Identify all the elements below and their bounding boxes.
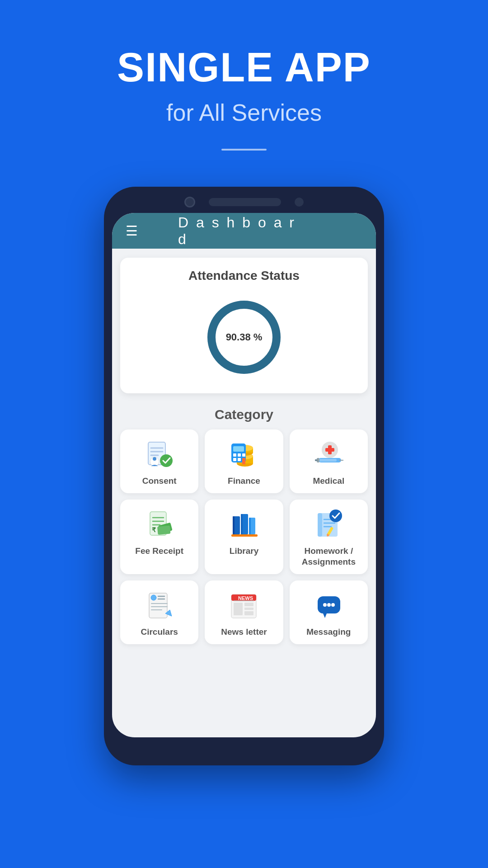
donut-container: 90.38 % [129, 292, 359, 382]
svg-rect-19 [238, 453, 241, 457]
homework-label: Homework / Assignments [294, 546, 363, 568]
messaging-label: Messaging [306, 627, 351, 638]
svg-rect-28 [319, 459, 337, 462]
consent-label: Consent [142, 476, 177, 487]
messaging-icon [313, 590, 344, 621]
phone-mockup: ☰ D a s h b o a r d Attendance Status 90… [104, 187, 384, 765]
fee-receipt-icon: ₹ [144, 509, 175, 540]
homework-icon [313, 509, 344, 540]
category-item-newsletter[interactable]: NEWS News letter [205, 580, 283, 644]
fee-receipt-label: Fee Receipt [135, 546, 183, 557]
dashboard-title: D a s h b o a r d [178, 214, 310, 248]
svg-text:₹: ₹ [152, 526, 156, 533]
svg-marker-74 [323, 613, 327, 618]
library-label: Library [230, 546, 258, 557]
svg-rect-39 [157, 526, 170, 535]
svg-rect-17 [233, 446, 244, 452]
svg-point-73 [331, 603, 335, 607]
category-item-finance[interactable]: Finance [205, 429, 283, 493]
category-grid: Consent [120, 429, 368, 644]
svg-point-71 [323, 603, 327, 607]
hamburger-icon[interactable]: ☰ [126, 223, 138, 239]
donut-chart: 90.38 % [203, 297, 285, 378]
category-item-homework[interactable]: Homework / Assignments [290, 500, 368, 574]
category-title: Category [120, 407, 368, 422]
consent-icon [144, 439, 175, 470]
svg-point-7 [160, 454, 173, 467]
category-item-consent[interactable]: Consent [120, 429, 198, 493]
svg-rect-45 [249, 518, 251, 534]
newsletter-label: News letter [221, 627, 267, 638]
category-item-medical[interactable]: Medical [290, 429, 368, 493]
svg-rect-22 [238, 458, 241, 461]
category-section: Category [112, 402, 376, 649]
category-item-circulars[interactable]: Circulars [120, 580, 198, 644]
svg-point-9 [153, 457, 156, 461]
svg-rect-65 [234, 603, 243, 615]
hero-section: SINGLE APP for All Services [0, 0, 488, 182]
hero-title: SINGLE APP [0, 45, 488, 90]
phone-sensor [295, 198, 304, 207]
library-icon [228, 509, 260, 540]
hero-subtitle: for All Services [0, 99, 488, 126]
svg-point-72 [327, 603, 331, 607]
svg-point-52 [329, 509, 342, 522]
svg-rect-48 [318, 513, 322, 537]
donut-percentage: 90.38 % [226, 331, 263, 343]
svg-rect-41 [233, 516, 235, 534]
svg-rect-26 [325, 448, 334, 452]
category-item-fee-receipt[interactable]: ₹ Fee Receipt [120, 500, 198, 574]
newsletter-icon: NEWS [228, 590, 260, 621]
svg-text:NEWS: NEWS [238, 595, 253, 601]
dashboard-header: ☰ D a s h b o a r d [112, 213, 376, 249]
category-item-messaging[interactable]: Messaging [290, 580, 368, 644]
svg-rect-18 [233, 453, 236, 457]
svg-rect-23 [242, 458, 245, 464]
svg-rect-67 [244, 608, 253, 610]
hero-divider [221, 149, 267, 151]
circulars-label: Circulars [141, 627, 178, 638]
svg-rect-43 [241, 514, 243, 534]
svg-rect-31 [315, 459, 318, 461]
svg-rect-68 [244, 611, 253, 615]
svg-rect-21 [233, 458, 236, 461]
finance-icon [228, 439, 260, 470]
medical-icon [313, 439, 344, 470]
phone-wrapper: ☰ D a s h b o a r d Attendance Status 90… [0, 187, 488, 765]
svg-rect-46 [231, 534, 258, 537]
medical-label: Medical [313, 476, 344, 487]
attendance-card: Attendance Status 90.38 % [120, 258, 368, 393]
phone-speaker [209, 198, 281, 206]
svg-rect-20 [242, 453, 245, 457]
attendance-title: Attendance Status [129, 269, 359, 283]
phone-camera [184, 197, 195, 208]
phone-screen: ☰ D a s h b o a r d Attendance Status 90… [112, 213, 376, 737]
circulars-icon [144, 590, 175, 621]
svg-rect-66 [244, 603, 253, 606]
finance-label: Finance [228, 476, 260, 487]
svg-point-56 [151, 595, 156, 600]
phone-notch [112, 195, 376, 209]
svg-rect-29 [339, 460, 343, 461]
category-item-library[interactable]: Library [205, 500, 283, 574]
